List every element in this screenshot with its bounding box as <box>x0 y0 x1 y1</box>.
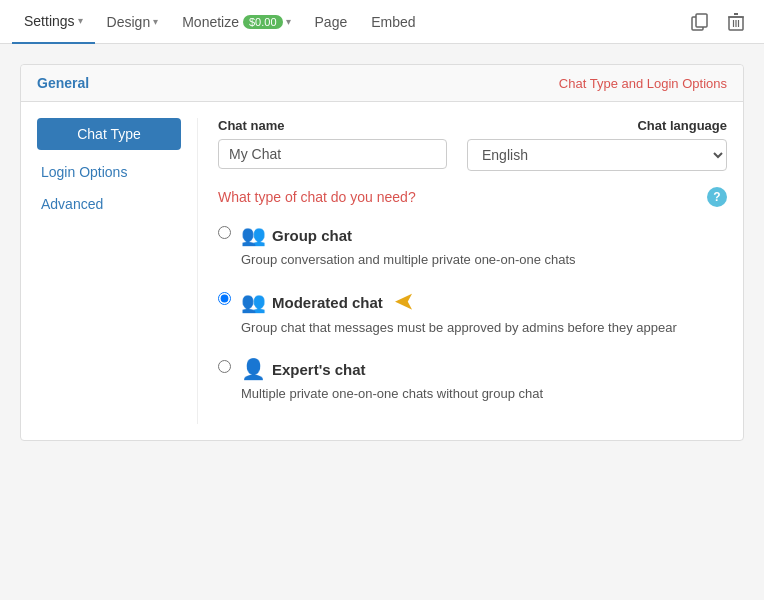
chat-name-group: Chat name <box>218 118 447 171</box>
chat-type-button[interactable]: Chat Type <box>37 118 181 150</box>
chat-language-label: Chat language <box>467 118 727 133</box>
moderated-chat-arrow: ➤ <box>395 289 413 315</box>
nav-label-design: Design <box>107 14 151 30</box>
delete-icon-button[interactable] <box>720 6 752 38</box>
nav-label-page: Page <box>315 14 348 30</box>
card-header: General Chat Type and Login Options <box>21 65 743 102</box>
group-chat-option: 👥 Group chat Group conversation and mult… <box>218 223 727 269</box>
group-chat-title: 👥 Group chat <box>241 223 727 247</box>
login-options-link[interactable]: Login Options <box>37 158 181 186</box>
nav-item-page[interactable]: Page <box>303 0 360 44</box>
nav-chevron-settings: ▾ <box>78 15 83 26</box>
experts-chat-desc: Multiple private one-on-one chats withou… <box>241 385 727 403</box>
chat-name-label: Chat name <box>218 118 447 133</box>
nav-item-embed[interactable]: Embed <box>359 0 427 44</box>
chat-name-input[interactable] <box>218 139 447 169</box>
nav-label-settings: Settings <box>24 13 75 29</box>
experts-chat-radio[interactable] <box>218 360 231 373</box>
settings-sidebar: Chat Type Login Options Advanced <box>37 118 197 424</box>
help-icon[interactable]: ? <box>707 187 727 207</box>
experts-chat-icon: 👤 <box>241 357 266 381</box>
chat-language-group: Chat language English Spanish French Ger… <box>467 118 727 171</box>
nav-chevron-monetize: ▾ <box>286 16 291 27</box>
general-card: General Chat Type and Login Options Chat… <box>20 64 744 441</box>
svg-rect-1 <box>696 14 707 27</box>
moderated-chat-desc: Group chat that messages must be approve… <box>241 319 727 337</box>
moderated-chat-radio[interactable] <box>218 292 231 305</box>
form-area: Chat name Chat language English Spanish … <box>197 118 727 424</box>
nav-item-monetize[interactable]: Monetize $0.00 ▾ <box>170 0 302 44</box>
experts-chat-title: 👤 Expert's chat <box>241 357 727 381</box>
group-chat-icon: 👥 <box>241 223 266 247</box>
card-body: Chat Type Login Options Advanced Chat na… <box>21 102 743 440</box>
moderated-chat-label-text: Moderated chat <box>272 294 383 311</box>
form-row-top: Chat name Chat language English Spanish … <box>218 118 727 171</box>
experts-chat-label[interactable]: 👤 Expert's chat Multiple private one-on-… <box>241 357 727 403</box>
nav-item-settings[interactable]: Settings ▾ <box>12 0 95 44</box>
group-chat-radio[interactable] <box>218 226 231 239</box>
moderated-chat-label[interactable]: 👥 Moderated chat ➤ Group chat that messa… <box>241 289 727 337</box>
group-chat-desc: Group conversation and multiple private … <box>241 251 727 269</box>
nav-label-monetize: Monetize <box>182 14 239 30</box>
main-content: General Chat Type and Login Options Chat… <box>0 44 764 461</box>
experts-chat-label-text: Expert's chat <box>272 361 366 378</box>
advanced-link[interactable]: Advanced <box>37 190 181 218</box>
card-title: General <box>37 75 89 91</box>
top-navigation: Settings ▾ Design ▾ Monetize $0.00 ▾ Pag… <box>0 0 764 44</box>
card-header-link[interactable]: Chat Type and Login Options <box>559 76 727 91</box>
moderated-chat-title: 👥 Moderated chat ➤ <box>241 289 727 315</box>
moderated-chat-icon: 👥 <box>241 290 266 314</box>
chat-type-header: What type of chat do you need? ? <box>218 187 727 207</box>
nav-item-design[interactable]: Design ▾ <box>95 0 171 44</box>
experts-chat-option: 👤 Expert's chat Multiple private one-on-… <box>218 357 727 403</box>
nav-chevron-design: ▾ <box>153 16 158 27</box>
group-chat-label-text: Group chat <box>272 227 352 244</box>
chat-type-question: What type of chat do you need? <box>218 189 699 205</box>
nav-label-embed: Embed <box>371 14 415 30</box>
copy-icon-button[interactable] <box>684 6 716 38</box>
group-chat-label[interactable]: 👥 Group chat Group conversation and mult… <box>241 223 727 269</box>
monetize-badge: $0.00 <box>243 15 283 29</box>
moderated-chat-option: 👥 Moderated chat ➤ Group chat that messa… <box>218 289 727 337</box>
chat-language-select[interactable]: English Spanish French German Portuguese <box>467 139 727 171</box>
